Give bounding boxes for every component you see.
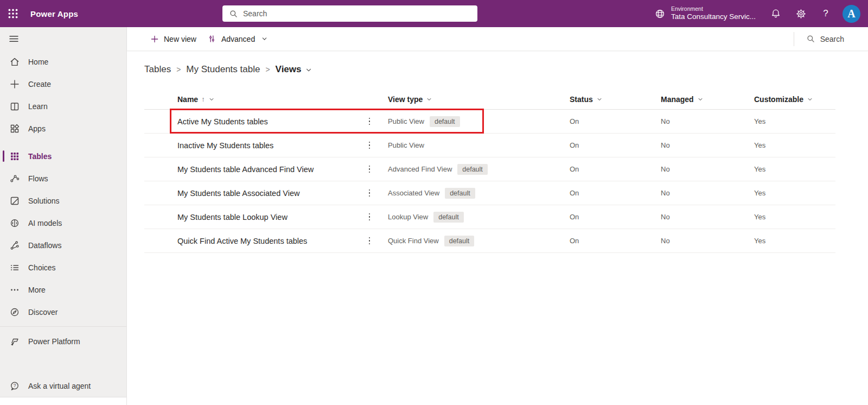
sidebar-item-virtual-agent[interactable]: ? Ask a virtual agent [0, 375, 126, 397]
avatar[interactable]: A [843, 5, 860, 23]
help-button[interactable]: ? [813, 0, 838, 27]
more-options-icon[interactable] [369, 213, 371, 221]
more-options-icon[interactable] [369, 118, 371, 125]
breadcrumb-item-my-students-table[interactable]: My Students table [186, 64, 260, 75]
sidebar-item-label: Discover [28, 308, 58, 317]
plus-icon [9, 78, 21, 90]
chevron-down-icon [426, 96, 432, 103]
power-platform-icon [9, 336, 21, 347]
sidebar-item-tables[interactable]: Tables [0, 145, 126, 167]
breadcrumb-item-views[interactable]: Views [276, 64, 313, 75]
default-badge: default [457, 164, 488, 175]
view-name-link[interactable]: My Students table Lookup View [177, 213, 356, 222]
settings-button[interactable] [788, 0, 813, 27]
column-header-name[interactable]: Name ↑ [177, 95, 356, 104]
environment-switcher[interactable]: Environment Tata Consultancy Servic... [647, 0, 763, 27]
chat-question-icon: ? [9, 380, 21, 392]
default-badge: default [433, 212, 464, 223]
table-row[interactable]: My Students table Associated View Associ… [144, 181, 835, 205]
notifications-button[interactable] [763, 0, 788, 27]
view-name-link[interactable]: My Students table Associated View [177, 189, 356, 198]
sidebar-item-learn[interactable]: Learn [0, 95, 126, 117]
svg-text:?: ? [14, 383, 16, 388]
table-row[interactable]: My Students table Lookup View Lookup Vie… [144, 205, 835, 229]
sidebar-item-power-platform[interactable]: Power Platform [0, 330, 126, 352]
column-header-view-type[interactable]: View type [383, 95, 567, 104]
sidebar-item-home[interactable]: Home [0, 50, 126, 73]
column-header-managed[interactable]: Managed [661, 95, 754, 104]
command-bar: New view Advanced Search [127, 27, 868, 51]
sidebar-item-ai-models[interactable]: AI models [0, 212, 126, 234]
app-header: Power Apps Search Environment Tata Consu… [0, 0, 868, 27]
table-row[interactable]: Quick Find Active My Students tables Qui… [144, 229, 835, 253]
sidebar-item-label: Ask a virtual agent [28, 382, 91, 390]
choices-icon [9, 262, 21, 274]
apps-icon [9, 123, 21, 135]
global-search-placeholder: Search [243, 9, 267, 18]
status-value: On [567, 189, 661, 197]
view-name-link[interactable]: Inactive My Students tables [177, 141, 356, 150]
sidebar-item-label: Flows [28, 174, 48, 183]
sidebar-item-solutions[interactable]: Solutions [0, 189, 126, 212]
sidebar-item-discover[interactable]: Discover [0, 301, 126, 323]
default-badge: default [430, 116, 460, 127]
plus-icon [150, 35, 159, 43]
views-table: Name ↑ View type Status Managed [144, 89, 835, 253]
hamburger-icon[interactable] [0, 27, 126, 50]
sidebar-item-create[interactable]: Create [0, 73, 126, 95]
advanced-button[interactable]: Advanced [202, 30, 273, 48]
sidebar: HomeCreateLearnAppsTablesFlowsSolutionsA… [0, 27, 127, 405]
app-title: Power Apps [30, 9, 78, 18]
table-row[interactable]: Active My Students tables Public View de… [144, 110, 835, 134]
status-value: On [567, 117, 661, 125]
view-name-link[interactable]: Quick Find Active My Students tables [177, 237, 356, 245]
environment-label: Environment [671, 5, 756, 12]
sidebar-item-flows[interactable]: Flows [0, 167, 126, 189]
column-header-customizable[interactable]: Customizable [754, 95, 835, 104]
managed-value: No [661, 117, 754, 125]
more-options-icon[interactable] [369, 189, 371, 197]
view-search-label: Search [820, 35, 844, 43]
table-row[interactable]: Inactive My Students tables Public View … [144, 134, 835, 157]
customizable-value: Yes [754, 237, 835, 245]
view-type-value: Advanced Find View [388, 165, 452, 173]
new-view-button[interactable]: New view [145, 30, 202, 48]
sidebar-item-dataflows[interactable]: Dataflows [0, 234, 126, 256]
more-options-icon[interactable] [369, 142, 371, 149]
global-search-input[interactable]: Search [222, 5, 477, 22]
chevron-down-icon [261, 35, 268, 42]
sidebar-item-apps[interactable]: Apps [0, 117, 126, 140]
table-row[interactable]: My Students table Advanced Find View Adv… [144, 157, 835, 181]
chevron-down-icon [596, 96, 603, 103]
more-options-icon[interactable] [369, 166, 371, 173]
customizable-value: Yes [754, 213, 835, 221]
breadcrumb: Tables>My Students table>Views [144, 64, 868, 75]
view-name-link[interactable]: My Students table Advanced Find View [177, 165, 356, 174]
sidebar-item-label: Solutions [28, 197, 60, 205]
customizable-value: Yes [754, 189, 835, 197]
sidebar-item-choices[interactable]: Choices [0, 256, 126, 279]
help-icon: ? [823, 8, 828, 19]
sidebar-item-more[interactable]: More [0, 279, 126, 301]
default-badge: default [444, 236, 475, 246]
more-options-icon[interactable] [369, 237, 371, 245]
toolbar-divider [794, 32, 794, 46]
managed-value: No [661, 141, 754, 149]
sidebar-item-label: Apps [28, 124, 46, 133]
breadcrumb-separator: > [176, 65, 181, 74]
search-icon [229, 9, 238, 18]
view-type-value: Public View [388, 117, 424, 125]
view-name-link[interactable]: Active My Students tables [177, 117, 356, 126]
globe-icon [654, 8, 666, 20]
discover-icon [9, 306, 21, 318]
view-search-button[interactable]: Search [802, 34, 858, 43]
view-type-value: Associated View [388, 189, 439, 197]
status-value: On [567, 165, 661, 173]
view-type-value: Public View [388, 141, 424, 149]
breadcrumb-item-tables[interactable]: Tables [144, 64, 171, 75]
column-header-status[interactable]: Status [567, 95, 661, 104]
status-value: On [567, 237, 661, 245]
managed-value: No [661, 237, 754, 245]
view-type-value: Lookup View [388, 213, 428, 221]
waffle-icon[interactable] [0, 0, 26, 27]
